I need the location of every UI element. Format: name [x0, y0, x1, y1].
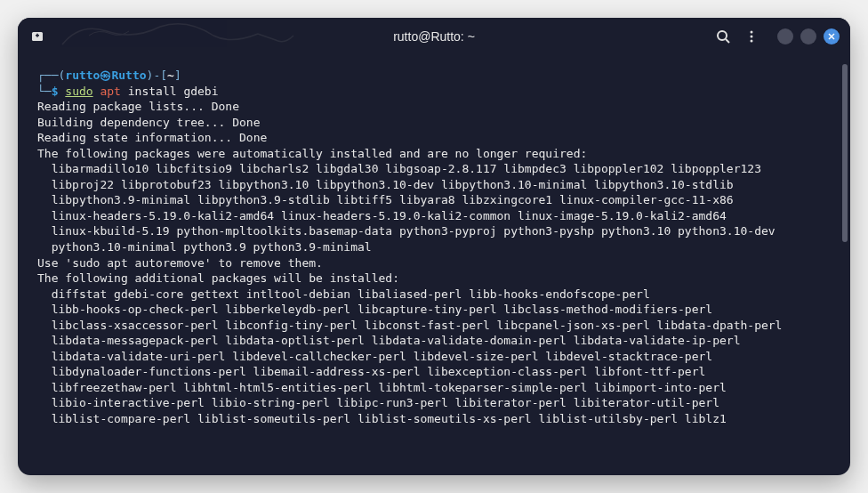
output-line: libfreezethaw-perl libhtml-html5-entitie… — [37, 380, 831, 396]
svg-point-3 — [718, 31, 727, 40]
command-sudo: sudo — [65, 85, 92, 98]
command-apt: apt — [100, 85, 120, 98]
output-line: libarmadillo10 libcfitsio9 libcharls2 li… — [37, 161, 831, 177]
output-line: libdata-validate-uri-perl libdevel-callc… — [37, 349, 831, 365]
terminal-output[interactable]: ┌──(rutto㉿Rutto)-[~] └─$ sudo apt instal… — [18, 55, 850, 475]
svg-rect-2 — [36, 34, 38, 37]
svg-point-6 — [751, 36, 753, 38]
output-line: The following packages were automaticall… — [37, 146, 831, 162]
output-line: linux-headers-5.19.0-kali2-amd64 linux-h… — [37, 208, 831, 224]
search-icon[interactable] — [715, 28, 731, 44]
output-line: linux-kbuild-5.19 python-mpltoolkits.bas… — [37, 223, 831, 239]
output-line: libio-interactive-perl libio-string-perl… — [37, 395, 831, 411]
close-button[interactable] — [824, 28, 840, 44]
prompt-line-2: └─$ sudo apt install gdebi — [37, 84, 831, 100]
command-args: install gdebi — [128, 85, 219, 98]
terminal-window: rutto@Rutto: ~ — [18, 18, 850, 475]
prompt-line-1: ┌──(rutto㉿Rutto)-[~] — [37, 68, 831, 84]
output-line: diffstat gdebi-core gettext intltool-deb… — [37, 287, 831, 303]
output-line: Use 'sudo apt autoremove' to remove them… — [37, 255, 831, 271]
svg-point-7 — [751, 40, 753, 43]
minimize-button[interactable] — [777, 28, 793, 44]
output-line: libdynaloader-functions-perl libemail-ad… — [37, 364, 831, 380]
scrollbar[interactable] — [842, 64, 848, 242]
output-line: Reading package lists... Done — [37, 99, 831, 115]
maximize-button[interactable] — [800, 28, 816, 44]
output-line: liblist-compare-perl liblist-someutils-p… — [37, 411, 831, 427]
output-line: The following additional packages will b… — [37, 271, 831, 287]
output-line: Building dependency tree... Done — [37, 115, 831, 131]
output-line: libpython3.9-minimal libpython3.9-stdlib… — [37, 192, 831, 208]
output-line: libdata-messagepack-perl libdata-optlist… — [37, 333, 831, 349]
output-line: libclass-xsaccessor-perl libconfig-tiny-… — [37, 318, 831, 334]
svg-line-4 — [726, 39, 729, 43]
menu-icon[interactable] — [743, 28, 760, 44]
output-line: libproj22 libprotobuf23 libpython3.10 li… — [37, 177, 831, 193]
output-line: Reading state information... Done — [37, 130, 831, 146]
output-line: python3.10-minimal python3.9 python3.9-m… — [37, 239, 831, 255]
new-tab-icon[interactable] — [28, 28, 46, 45]
titlebar: rutto@Rutto: ~ — [18, 18, 850, 55]
output-line: libb-hooks-op-check-perl libberkeleydb-p… — [37, 302, 831, 318]
svg-point-5 — [751, 31, 753, 34]
